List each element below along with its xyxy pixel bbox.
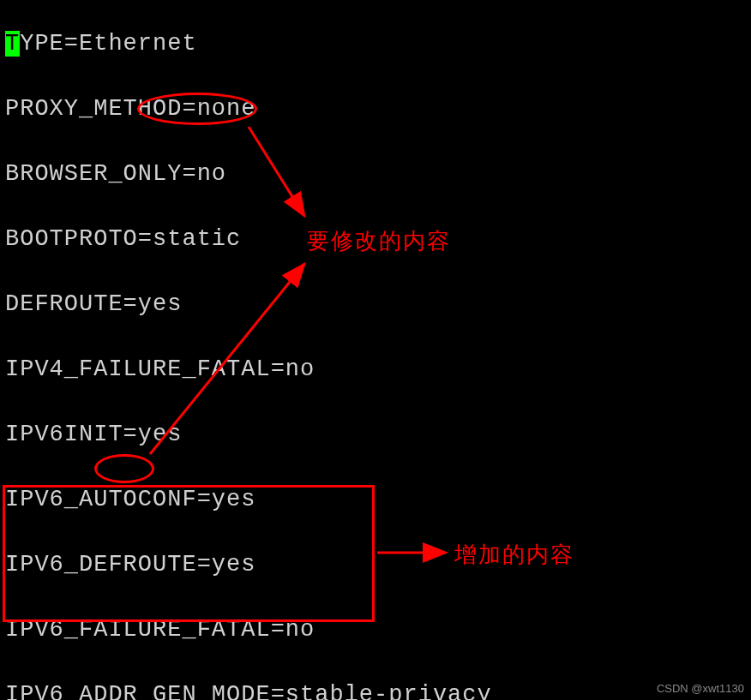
terminal-content: TYPE=Ethernet PROXY_METHOD=none BROWSER_…	[5, 0, 610, 700]
watermark-text: CSDN @xwt1130	[657, 682, 744, 695]
config-line: IPV6_FAILURE_FATAL=no	[5, 613, 610, 646]
config-line: IPV6_ADDR_GEN_MODE=stable-privacy	[5, 679, 610, 700]
config-line: PROXY_METHOD=none	[5, 93, 610, 125]
annotation-modify: 要修改的内容	[307, 226, 451, 256]
annotation-add: 增加的内容	[454, 540, 574, 570]
config-line: IPV6INIT=yes	[5, 418, 610, 451]
config-line: DEFROUTE=yes	[5, 288, 610, 320]
config-line: IPV6_AUTOCONF=yes	[5, 483, 610, 516]
config-line: IPV4_FAILURE_FATAL=no	[5, 353, 610, 386]
config-line: TYPE=Ethernet	[5, 27, 610, 60]
cursor: T	[5, 31, 20, 57]
config-line: BROWSER_ONLY=no	[5, 158, 610, 190]
